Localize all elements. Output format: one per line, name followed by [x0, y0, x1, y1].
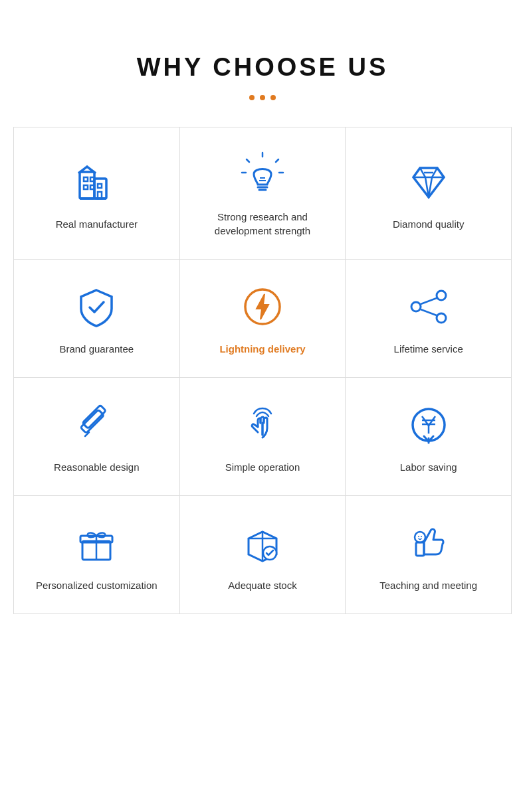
svg-marker-22 — [257, 294, 268, 319]
diamond-quality-label: Diamond quality — [393, 217, 465, 231]
adequate-stock-label: Adequate stock — [228, 578, 296, 592]
svg-rect-42 — [416, 542, 424, 556]
svg-point-45 — [421, 536, 422, 537]
cell-simple-operation: Simple operation — [180, 378, 346, 496]
svg-rect-6 — [90, 185, 94, 189]
shield-icon — [73, 284, 120, 330]
touch-icon — [239, 402, 286, 448]
cell-reasonable-design: Reasonable design — [14, 378, 180, 496]
brand-guarantee-label: Brand guarantee — [59, 342, 134, 356]
svg-line-10 — [276, 159, 278, 162]
cell-brand-guarantee: Brand guarantee — [14, 260, 180, 378]
svg-point-25 — [437, 313, 446, 323]
svg-line-11 — [247, 159, 249, 162]
svg-line-27 — [421, 309, 437, 315]
cell-research-development: Strong research and development strength — [180, 127, 346, 260]
cell-labor-saving: Labor saving — [346, 378, 512, 496]
reasonable-design-label: Reasonable design — [54, 460, 139, 474]
personalized-customization-label: Personalized customization — [36, 578, 158, 592]
cell-real-manufacturer: Real manufacturer — [14, 127, 180, 260]
svg-rect-4 — [90, 177, 94, 181]
decorative-dots — [249, 95, 276, 100]
design-icon — [73, 402, 120, 448]
lifetime-service-label: Lifetime service — [394, 342, 463, 356]
features-grid: Real manufacturer Strong research and de… — [13, 127, 512, 614]
svg-point-44 — [418, 536, 419, 537]
page-title: WHY CHOOSE US — [137, 53, 389, 82]
dot-1 — [249, 95, 255, 100]
labor-saving-icon — [405, 402, 452, 448]
teaching-meeting-label: Teaching and meeting — [379, 578, 477, 592]
cell-lightning-delivery: Lightning delivery — [180, 260, 346, 378]
svg-point-24 — [411, 302, 421, 311]
cell-personalized-customization: Personalized customization — [14, 496, 180, 614]
svg-rect-5 — [84, 185, 88, 189]
dot-3 — [270, 95, 276, 100]
share-icon — [405, 284, 452, 330]
cell-diamond-quality: Diamond quality — [346, 127, 512, 260]
labor-saving-label: Labor saving — [400, 460, 457, 474]
simple-operation-label: Simple operation — [225, 460, 300, 474]
cell-adequate-stock: Adequate stock — [180, 496, 346, 614]
cell-lifetime-service: Lifetime service — [346, 260, 512, 378]
svg-point-43 — [415, 532, 425, 542]
cell-teaching-meeting: Teaching and meeting — [346, 496, 512, 614]
gift-icon — [73, 520, 120, 566]
dot-2 — [260, 95, 265, 100]
research-development-label: Strong research and development strength — [191, 210, 335, 238]
lightning-delivery-label: Lightning delivery — [219, 342, 305, 356]
lightning-icon — [239, 284, 286, 330]
real-manufacturer-label: Real manufacturer — [56, 217, 138, 231]
diamond-icon — [405, 159, 452, 205]
stock-icon — [239, 520, 286, 566]
building-icon — [73, 159, 120, 205]
svg-point-23 — [437, 291, 446, 300]
lightbulb-icon — [239, 151, 286, 198]
svg-rect-7 — [98, 184, 102, 188]
svg-line-26 — [421, 298, 437, 304]
thumbs-up-icon — [405, 520, 452, 566]
svg-rect-3 — [84, 177, 88, 181]
